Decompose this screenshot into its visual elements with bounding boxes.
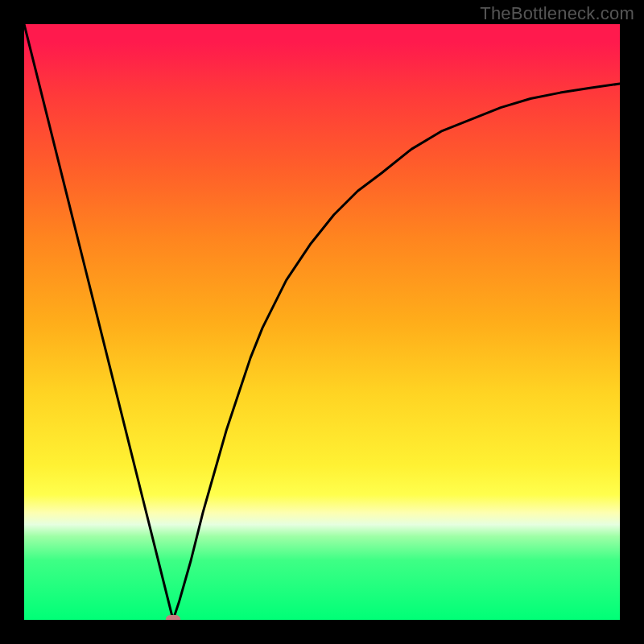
minimum-marker: [166, 615, 180, 620]
bottleneck-curve-path: [24, 24, 620, 620]
curve-svg: [24, 24, 620, 620]
watermark-text: TheBottleneck.com: [480, 3, 634, 24]
plot-area: [24, 24, 620, 620]
chart-frame: TheBottleneck.com: [0, 0, 644, 644]
